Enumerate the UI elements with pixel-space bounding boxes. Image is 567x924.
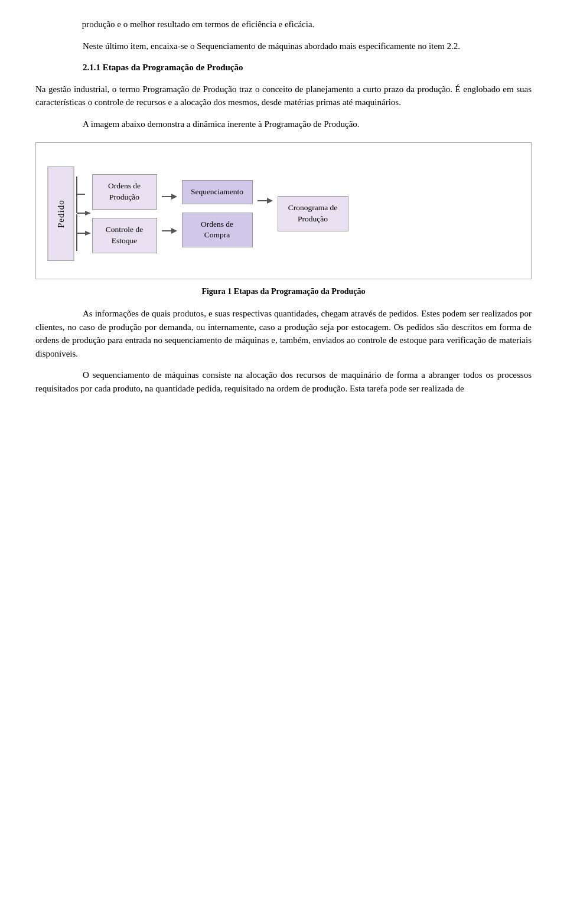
cronograma-producao-box: Cronograma de Produção [278,196,348,231]
paragraph-1: produção e o melhor resultado em termos … [35,18,532,31]
svg-marker-12 [267,198,273,204]
mid-to-right-arrow [256,188,274,240]
ordens-compra-box: Ordens de Compra [182,213,253,248]
paragraph-3: Na gestão industrial, o termo Programaçã… [35,83,532,109]
figure-caption: Figura 1 Etapas da Programação da Produç… [35,285,532,298]
mid-boxes: Sequenciamento Ordens de Compra [182,180,253,248]
flow-diagram: Pedido Ordens de Produção Controle de Es… [48,161,519,267]
left-to-mid-arrows [161,184,178,244]
section-heading-211: 2.1.1 Etapas da Programação de Produção [35,61,532,74]
left-boxes: Ordens de Produção Controle de Estoque [92,174,157,253]
paragraph-4: A imagem abaixo demonstra a dinâmica ine… [35,117,532,131]
ordens-producao-box: Ordens de Produção [92,174,157,210]
paragraph-6: O sequenciamento de máquinas consiste na… [35,368,532,395]
page-content: produção e o melhor resultado em termos … [35,18,532,395]
pedido-box: Pedido [48,166,74,261]
right-boxes: Cronograma de Produção [278,196,348,231]
paragraph-2: Neste último item, encaixa-se o Sequenci… [35,40,532,53]
arrow-bottom [161,218,178,244]
figure-1-container: Pedido Ordens de Produção Controle de Es… [35,142,532,279]
svg-marker-6 [85,231,91,236]
svg-marker-5 [85,211,91,216]
arrow-top [161,184,178,210]
sequenciamento-box: Sequenciamento [182,180,253,204]
arrow-mid-right [256,188,274,214]
svg-marker-10 [171,228,177,234]
paragraph-5: As informações de quais produtos, e suas… [35,307,532,360]
svg-marker-8 [171,194,177,200]
controle-estoque-box: Controle de Estoque [92,218,157,253]
brace-svg [74,175,92,252]
